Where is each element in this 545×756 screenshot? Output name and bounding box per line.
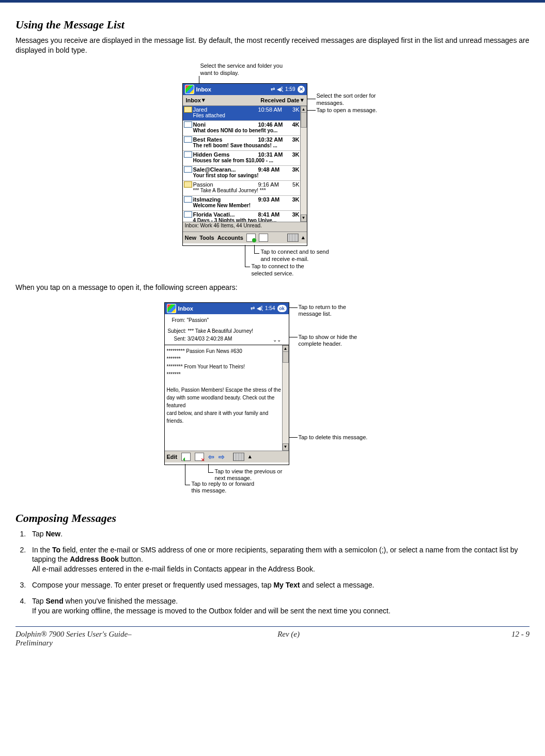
step-1: Tap New. — [28, 529, 530, 539]
footer-right: 12 - 9 — [369, 630, 530, 647]
start-icon[interactable] — [185, 85, 194, 94]
scroll-down-icon[interactable]: ▼ — [301, 214, 307, 222]
footer-rule — [15, 626, 530, 627]
envelope-icon — [184, 166, 192, 173]
body-line — [167, 378, 282, 386]
callout-delete: Tap to delete this message. — [299, 434, 381, 441]
device-screen-message: Inbox ⇄ ◀ξ 1:54 ok From: "Passion" Subje… — [164, 302, 289, 465]
figure-message-open: Tap to return to the message list. Tap t… — [144, 300, 402, 501]
message-row[interactable]: Passion9:16 AM5K*** Take A Beautiful Jou… — [183, 181, 307, 196]
message-row[interactable]: Jared10:58 AM3KFiles attached — [183, 106, 307, 121]
message-body: ********* Passion Fun News #630*********… — [165, 345, 289, 451]
callout-reply: Tap to reply to or forward this message. — [192, 481, 264, 495]
steps-list: Tap New. In the To field, enter the e-ma… — [15, 529, 530, 616]
sync-icon[interactable]: ⇄ — [251, 305, 255, 311]
para-1: Messages you receive are displayed in th… — [15, 36, 530, 55]
keyboard-icon[interactable] — [287, 234, 299, 242]
step-4: Tap Send when you've finished the messag… — [28, 596, 530, 616]
body-line: ********* Passion Fun News #630 — [167, 347, 282, 355]
menu-edit[interactable]: Edit — [167, 454, 178, 460]
footer-left-1: Dolphin® 7900 Series User's Guide– — [15, 630, 132, 638]
status-bar: Inbox: Work 46 Items, 44 Unread. — [183, 222, 307, 232]
body-line: ******** From Your Heart to Theirs! — [167, 363, 282, 371]
para-2: When you tap on a message to open it, th… — [15, 283, 530, 292]
keyboard-icon[interactable] — [233, 453, 244, 461]
envelope-icon — [184, 151, 192, 158]
close-icon[interactable]: ✕ — [298, 86, 305, 93]
menu-bar: Edit ⇦ ⇨ ▴ — [165, 451, 289, 462]
message-header: From: "Passion" Subject: *** Take A Beau… — [165, 314, 289, 345]
clock-time: 1:54 — [265, 305, 275, 311]
subject-line: Subject: *** Take A Beautiful Journey! — [168, 327, 286, 335]
body-line: ******* — [167, 371, 282, 378]
scroll-thumb[interactable] — [301, 112, 307, 128]
menu-accounts[interactable]: Accounts — [217, 235, 243, 241]
title-bar: Inbox ⇄ ◀ξ 1:54 ok — [165, 303, 289, 314]
section-title-2: Composing Messages — [15, 512, 530, 525]
message-row[interactable]: Florida Vacati...8:41 AM3K4 Days - 3 Nig… — [183, 211, 307, 222]
scroll-thumb[interactable] — [283, 351, 289, 363]
callout-tap-open: Tap to open a message. — [317, 107, 399, 114]
callout-header-toggle: Tap to show or hide the complete header. — [299, 334, 371, 348]
step-3: Compose your message. To enter preset or… — [28, 580, 530, 590]
message-row[interactable]: Sale@Clearan...9:48 AM3KYour first stop … — [183, 166, 307, 181]
clock-time: 1:59 — [285, 86, 295, 92]
menu-up-icon[interactable]: ▴ — [302, 234, 305, 241]
step-2: In the To field, enter the e-mail or SMS… — [28, 545, 530, 575]
callout-connect: Tap to connect to the selected service. — [252, 263, 324, 277]
message-row[interactable]: Hidden Gems10:31 AM3KHouses for sale fro… — [183, 151, 307, 166]
body-line: ******* — [167, 355, 282, 363]
delete-icon[interactable] — [195, 453, 204, 461]
chevron-down-icon: ▾ — [301, 97, 304, 103]
sent-line: Sent: 3/24/03 2:40:28 AM — [168, 335, 286, 343]
callout-prev-next: Tap to view the previous or next message… — [215, 468, 292, 483]
send-receive-icon[interactable] — [259, 234, 268, 242]
figure-message-list: Select the service and folder you want t… — [141, 63, 404, 280]
envelope-icon — [184, 106, 192, 113]
title-bar: Inbox ⇄ ◀ξ 1:59 ✕ — [183, 84, 307, 95]
envelope-icon — [184, 121, 192, 128]
volume-icon[interactable]: ◀ξ — [277, 86, 283, 92]
scrollbar[interactable]: ▲ ▼ — [282, 345, 289, 451]
callout-send-receive: Tap to connect and to send and receive e… — [261, 249, 333, 263]
volume-icon[interactable]: ◀ξ — [257, 305, 263, 311]
callout-folder-select: Select the service and folder you want t… — [200, 63, 283, 77]
message-row[interactable]: Best Rates10:32 AM3KThe refi boom! Save … — [183, 136, 307, 151]
envelope-icon — [184, 211, 192, 218]
sort-dropdown[interactable]: Received Date ▾ — [260, 97, 303, 103]
footer-left-2: Preliminary — [15, 639, 53, 647]
device-screen-list: Inbox ⇄ ◀ξ 1:59 ✕ Inbox ▾ Received Date … — [182, 83, 307, 246]
envelope-icon — [184, 196, 192, 203]
title-text: Inbox — [196, 86, 211, 92]
reply-icon[interactable] — [181, 453, 191, 461]
connect-icon[interactable] — [246, 234, 256, 242]
menu-tools[interactable]: Tools — [199, 235, 214, 241]
page-footer: Dolphin® 7900 Series User's Guide– Preli… — [0, 630, 545, 653]
folder-dropdown[interactable]: Inbox ▾ — [186, 97, 205, 103]
message-row[interactable]: itsImazing9:03 AM3KWelcome New Member! — [183, 196, 307, 211]
menu-bar: New Tools Accounts ▴ — [183, 232, 307, 243]
prev-message-icon[interactable]: ⇦ — [208, 453, 214, 461]
message-list[interactable]: Jared10:58 AM3KFiles attachedNoni10:46 A… — [183, 106, 307, 222]
scroll-down-icon[interactable]: ▼ — [283, 443, 289, 451]
start-icon[interactable] — [167, 304, 176, 313]
body-line: card below, and share it with your famil… — [167, 409, 282, 425]
menu-up-icon[interactable]: ▴ — [248, 453, 252, 460]
menu-new[interactable]: New — [185, 235, 197, 241]
top-header-bar — [0, 0, 545, 3]
body-line: day with some woodland beauty. Check out… — [167, 394, 282, 409]
envelope-icon — [184, 136, 192, 143]
footer-center: Rev (e) — [208, 630, 369, 647]
list-subheader: Inbox ▾ Received Date ▾ — [183, 95, 307, 106]
header-toggle-icon[interactable]: ⌄⌄ — [273, 336, 281, 344]
scrollbar[interactable]: ▲ ▼ — [300, 106, 307, 222]
next-message-icon[interactable]: ⇨ — [219, 453, 225, 461]
ok-button[interactable]: ok — [277, 305, 287, 312]
sync-icon[interactable]: ⇄ — [271, 86, 275, 92]
callout-sort-order: Select the sort order for messages. — [317, 92, 389, 107]
title-text: Inbox — [178, 305, 193, 312]
body-line: Hello, Passion Members! Escape the stres… — [167, 386, 282, 394]
callout-return: Tap to return to the message list. — [299, 304, 361, 318]
message-row[interactable]: Noni10:46 AM4KWhat does NONI do to benef… — [183, 121, 307, 136]
chevron-down-icon: ▾ — [202, 97, 205, 103]
